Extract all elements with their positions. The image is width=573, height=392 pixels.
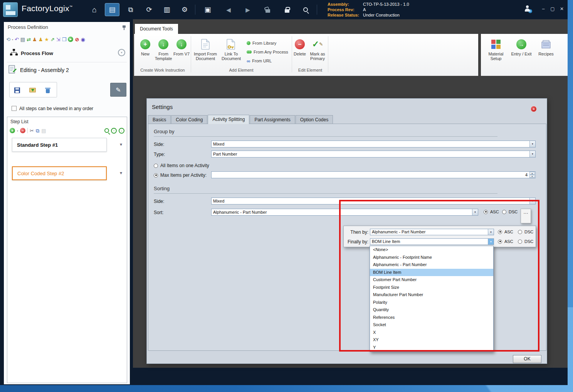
save-document-button[interactable]	[11, 85, 23, 95]
zoom-step-button[interactable]	[104, 128, 109, 133]
dropdown-arrow-icon[interactable]: ▼	[529, 141, 535, 147]
tab-document-tools[interactable]: Document Tools	[135, 24, 178, 34]
play-icon[interactable]: ▶	[68, 37, 73, 42]
export-icon[interactable]: ⇲	[56, 37, 60, 42]
dropdown-option[interactable]: Alphanumeric - Footprint Name	[370, 254, 493, 261]
dropdown-option[interactable]: Footprint Size	[370, 284, 493, 291]
group-type-select[interactable]: Part Number ▼	[211, 151, 536, 157]
new-button[interactable]: + New	[136, 39, 154, 56]
save-button[interactable]: ▣	[200, 3, 215, 16]
undo-icon[interactable]: ↶	[15, 37, 19, 42]
any-order-checkbox[interactable]	[12, 106, 17, 111]
from-v7-button[interactable]: ↓ From V7	[173, 39, 190, 56]
remove-step-button[interactable]: –	[20, 128, 25, 133]
spinner-up-icon[interactable]: ▲	[529, 172, 535, 175]
tab-color-coding[interactable]: Color Coding	[171, 115, 207, 124]
sync-icon[interactable]: ⇄	[27, 37, 31, 42]
all-items-radio[interactable]	[154, 164, 158, 168]
delete-element-button[interactable]: – Delete	[291, 39, 309, 56]
dropdown-option[interactable]: Socket	[370, 321, 493, 329]
cut-icon[interactable]: ✂	[30, 128, 34, 133]
finally-by-select[interactable]: BOM Line Item ▼	[370, 238, 494, 245]
mark-as-primary-button[interactable]: ✓✎ Mark as Primary	[307, 39, 328, 61]
material-setup-button[interactable]: Material Setup	[484, 39, 508, 61]
share-icon[interactable]: ⇗	[50, 37, 55, 42]
dropdown-arrow-icon[interactable]: ▼	[529, 198, 535, 204]
group-side-select[interactable]: Mixed ▼	[211, 141, 536, 147]
import-from-document-button[interactable]: Import From Document	[193, 39, 218, 61]
history-caret-icon[interactable]: ▾	[12, 38, 13, 41]
edit-instruction-button[interactable]: ✎	[110, 83, 126, 97]
lock-button[interactable]	[280, 3, 294, 16]
add-step-button[interactable]: +	[10, 128, 15, 133]
delete-document-button[interactable]	[42, 85, 54, 95]
move-down-button[interactable]: ↓	[119, 128, 124, 134]
pin-icon[interactable]	[122, 25, 126, 31]
package-icon[interactable]: ❒	[62, 37, 67, 42]
move-up-button[interactable]: ↑	[111, 128, 117, 134]
print-icon[interactable]: ▤	[20, 37, 25, 42]
dropdown-option-selected[interactable]: BOM Line Item	[370, 269, 493, 276]
dropdown-arrow-icon[interactable]: ▼	[488, 239, 494, 245]
close-button[interactable]: ✕	[558, 6, 566, 12]
more-sort-options-button[interactable]: …	[521, 209, 531, 223]
dropdown-option[interactable]: Manufacturer Part Number	[370, 291, 493, 299]
news-button[interactable]: ▥	[160, 3, 174, 16]
dropdown-option[interactable]: Polarity	[370, 299, 493, 307]
spinner-down-icon[interactable]: ▼	[529, 175, 535, 178]
link-to-document-button[interactable]: Link To Document	[220, 39, 243, 61]
dropdown-option[interactable]: Y	[370, 344, 493, 352]
work-instructions-button[interactable]: ▤	[105, 3, 119, 16]
maximize-button[interactable]: ▢	[549, 6, 556, 12]
import-document-button[interactable]	[27, 85, 38, 95]
collapse-panel-button[interactable]: ▾	[118, 49, 125, 56]
process-button[interactable]: ⧉	[123, 3, 138, 16]
star-icon[interactable]: ★	[44, 37, 49, 42]
sort-dsc-radio[interactable]	[502, 210, 506, 214]
add-step-caret-icon[interactable]: ▾	[17, 129, 18, 132]
dropdown-option[interactable]: References	[370, 314, 493, 322]
back-button[interactable]: ◀	[221, 3, 236, 16]
then-asc-radio[interactable]	[498, 230, 502, 234]
tab-option-codes[interactable]: Option Codes	[296, 115, 333, 124]
forward-button[interactable]: ▶	[240, 3, 255, 16]
then-dsc-radio[interactable]	[518, 230, 522, 234]
from-any-process-button[interactable]: From Any Process	[247, 49, 288, 55]
recipes-button[interactable]: Recipes	[536, 39, 556, 56]
tab-activity-splitting[interactable]: Activity Splitting	[208, 115, 249, 124]
dropdown-option[interactable]: Customer Part Number	[370, 276, 493, 284]
entry-exit-button[interactable]: → Entry / Exit	[510, 39, 533, 56]
from-url-button[interactable]: ∞ From URL	[247, 58, 272, 64]
dropdown-option[interactable]: <None>	[370, 246, 493, 254]
dropdown-arrow-icon[interactable]: ▼	[488, 229, 494, 235]
tab-part-assignments[interactable]: Part Assignments	[250, 115, 295, 124]
dropdown-option[interactable]: XY	[370, 336, 493, 344]
home-button[interactable]: ⌂	[87, 3, 102, 16]
user-gold-icon[interactable]: ♟	[39, 37, 43, 42]
dialog-close-button[interactable]: ✕	[531, 106, 537, 112]
dropdown-option[interactable]: Alphanumeric - Part Number	[370, 261, 493, 269]
paste-icon[interactable]: ▤	[41, 128, 46, 133]
import-user-icon[interactable]: ♟	[32, 37, 37, 42]
step-item-color-coded[interactable]: Color Coded Step #2	[12, 166, 107, 180]
max-items-radio[interactable]	[154, 173, 158, 178]
step-item-standard[interactable]: Standard Step #1	[12, 138, 107, 152]
dropdown-arrow-icon[interactable]: ▼	[472, 209, 478, 215]
sort-select[interactable]: Alphanumeric - Part Number ▼	[211, 209, 478, 216]
minimize-button[interactable]: –	[539, 6, 547, 12]
stop-icon[interactable]: ⊘	[75, 37, 79, 42]
ok-button[interactable]: OK	[513, 355, 541, 363]
expand-step-button[interactable]: ▾	[120, 170, 122, 176]
dropdown-option[interactable]: Quantity	[370, 306, 493, 314]
sort-asc-radio[interactable]	[484, 210, 488, 214]
copy-icon[interactable]: ⧉	[36, 128, 39, 133]
finally-asc-radio[interactable]	[498, 240, 502, 244]
dropdown-arrow-icon[interactable]: ▼	[529, 151, 535, 157]
from-library-button[interactable]: From Library	[247, 40, 276, 46]
settings-button[interactable]: ⚙	[177, 3, 192, 16]
then-by-select[interactable]: Alphanumeric - Part Number ▼	[370, 229, 494, 235]
from-template-button[interactable]: ↓ From Template	[155, 39, 172, 61]
history-icon[interactable]: ⟲	[6, 37, 10, 42]
search-process-button[interactable]	[298, 3, 313, 16]
expand-step-button[interactable]: ▾	[120, 142, 122, 147]
